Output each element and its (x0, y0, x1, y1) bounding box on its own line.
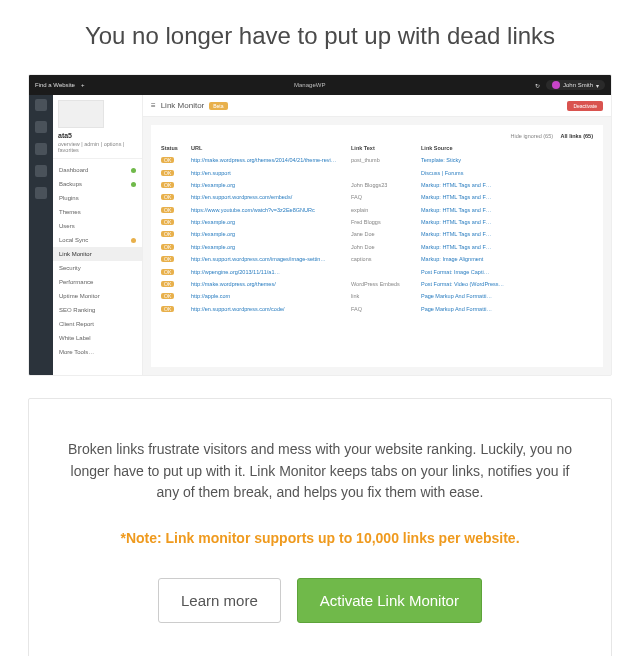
sidebar-item[interactable]: Link Monitor (53, 247, 142, 261)
sidebar-item[interactable]: Security (53, 261, 142, 275)
learn-more-button[interactable]: Learn more (158, 578, 281, 623)
sidebar-item-label: White Label (59, 335, 91, 341)
panel-title: Link Monitor (161, 101, 205, 110)
cell-linktext: link (351, 293, 421, 299)
cell-url[interactable]: http://en.support (191, 170, 351, 176)
app-topbar: Find a Website + ManageWP ↻ John Smith ▾ (29, 75, 611, 95)
beta-chip: Beta (209, 102, 227, 110)
rail-icon[interactable] (35, 99, 47, 111)
sidebar-item[interactable]: Dashboard (53, 163, 142, 177)
panel-header: ≡ Link Monitor Beta Deactivate (143, 95, 611, 117)
filter-all[interactable]: All links (65) (561, 133, 593, 139)
rail-nav (29, 95, 53, 375)
cell-linktext: FAQ (351, 194, 421, 200)
status-badge: OK (161, 157, 174, 163)
status-warn-icon (131, 238, 136, 243)
status-dot-icon (131, 182, 136, 187)
deactivate-button[interactable]: Deactivate (567, 101, 603, 111)
cell-url[interactable]: http://make.wordpress.org/themes/ (191, 281, 351, 287)
sidebar-item[interactable]: Client Report (53, 317, 142, 331)
cell-url[interactable]: http://en.support.wordpress.com/code/ (191, 306, 351, 312)
cell-source[interactable]: Markup: Image Alignment (421, 256, 593, 262)
sidebar-item-label: Performance (59, 279, 93, 285)
user-pill[interactable]: John Smith ▾ (546, 80, 605, 90)
sidebar-item-label: Link Monitor (59, 251, 92, 257)
find-website-label: Find a Website (35, 82, 75, 88)
sidebar-item[interactable]: White Label (53, 331, 142, 345)
status-badge: OK (161, 293, 174, 299)
link-monitor-screenshot: Find a Website + ManageWP ↻ John Smith ▾… (28, 74, 612, 376)
cell-source[interactable]: Page Markup And Formatti… (421, 293, 593, 299)
sidebar-item[interactable]: Uptime Monitor (53, 289, 142, 303)
cell-source[interactable]: Markup: HTML Tags and F… (421, 244, 593, 250)
sidebar-item[interactable]: Backups (53, 177, 142, 191)
avatar-icon (552, 81, 560, 89)
table-row: OKhttp://make.wordpress.org/themes/WordP… (161, 278, 593, 290)
cell-linktext: WordPress Embeds (351, 281, 421, 287)
rail-icon[interactable] (35, 165, 47, 177)
cell-source[interactable]: Markup: HTML Tags and F… (421, 219, 593, 225)
filter-hidden[interactable]: Hide ignored (65) (511, 133, 554, 139)
table-row: OKhttp://make.wordpress.org/themes/2014/… (161, 154, 593, 166)
cell-source[interactable]: Post Format: Video (WordPress… (421, 281, 593, 287)
table-row: OKhttp://example.orgJane DoeMarkup: HTML… (161, 228, 593, 240)
brand-label: ManageWP (90, 82, 529, 88)
sidebar-item[interactable]: Performance (53, 275, 142, 289)
cell-url[interactable]: http://example.org (191, 219, 351, 225)
col-status: Status (161, 145, 191, 151)
cell-url[interactable]: http://apple.com (191, 293, 351, 299)
rail-icon[interactable] (35, 121, 47, 133)
sidebar-item[interactable]: Themes (53, 205, 142, 219)
page-title: You no longer have to put up with dead l… (0, 0, 640, 74)
cell-url[interactable]: http://example.org (191, 182, 351, 188)
table-row: OKhttp://en.support.wordpress.com/code/F… (161, 303, 593, 315)
sidebar-item[interactable]: Users (53, 219, 142, 233)
rail-icon[interactable] (35, 187, 47, 199)
sidebar-item-label: Users (59, 223, 75, 229)
status-badge: OK (161, 207, 174, 213)
cell-linktext: John Bloggs23 (351, 182, 421, 188)
cell-url[interactable]: http://example.org (191, 244, 351, 250)
button-row: Learn more Activate Link Monitor (61, 578, 579, 623)
cell-source[interactable]: Post Format: Image Capti… (421, 269, 593, 275)
cell-url[interactable]: http://en.support.wordpress.com/images/i… (191, 256, 351, 262)
sidebar-item-label: Security (59, 265, 81, 271)
table-row: OKhttp://example.orgFred BloggsMarkup: H… (161, 216, 593, 228)
cell-url[interactable]: http://make.wordpress.org/themes/2014/04… (191, 157, 351, 163)
promo-body-text: Broken links frustrate visitors and mess… (61, 439, 579, 504)
cell-linktext: Fred Bloggs (351, 219, 421, 225)
cell-source[interactable]: Markup: HTML Tags and F… (421, 194, 593, 200)
cell-source[interactable]: Markup: HTML Tags and F… (421, 231, 593, 237)
activate-link-monitor-button[interactable]: Activate Link Monitor (297, 578, 482, 623)
sidebar-item-label: Uptime Monitor (59, 293, 100, 299)
sidebar-item[interactable]: SEO Ranking (53, 303, 142, 317)
sidebar-item-label: Client Report (59, 321, 94, 327)
sidebar-item[interactable]: Plugins (53, 191, 142, 205)
cell-linktext (351, 269, 421, 275)
cell-source[interactable]: Markup: HTML Tags and F… (421, 182, 593, 188)
cell-url[interactable]: http://example.org (191, 231, 351, 237)
cell-source[interactable]: Markup: HTML Tags and F… (421, 207, 593, 213)
sidebar-item[interactable]: Local Sync (53, 233, 142, 247)
sidebar-item-label: Backups (59, 181, 82, 187)
cell-source[interactable]: Discuss | Forums (421, 170, 593, 176)
cell-url[interactable]: https://www.youtube.com/watch?v=3z2Ee8GN… (191, 207, 351, 213)
col-linktext: Link Text (351, 145, 421, 151)
cell-linktext: Jane Doe (351, 231, 421, 237)
sidebar-item[interactable]: More Tools… (53, 345, 142, 359)
site-thumbnail (58, 100, 104, 128)
status-badge: OK (161, 244, 174, 250)
site-name: ata5 (58, 132, 137, 139)
sidebar-item-label: SEO Ranking (59, 307, 95, 313)
rail-icon[interactable] (35, 143, 47, 155)
cell-source[interactable]: Template: Sticky (421, 157, 593, 163)
sidebar: ata5 overview | admin | options | favori… (53, 95, 143, 375)
main-panel: ≡ Link Monitor Beta Deactivate Hide igno… (143, 95, 611, 375)
cell-url[interactable]: http://en.support.wordpress.com/embeds/ (191, 194, 351, 200)
cell-url[interactable]: http://wpengine.org/2013/11/11/a1… (191, 269, 351, 275)
table-row: OKhttps://www.youtube.com/watch?v=3z2Ee8… (161, 204, 593, 216)
sidebar-item-label: Plugins (59, 195, 79, 201)
col-source: Link Source (421, 145, 593, 151)
cell-linktext: explain (351, 207, 421, 213)
cell-source[interactable]: Page Markup And Formatti… (421, 306, 593, 312)
